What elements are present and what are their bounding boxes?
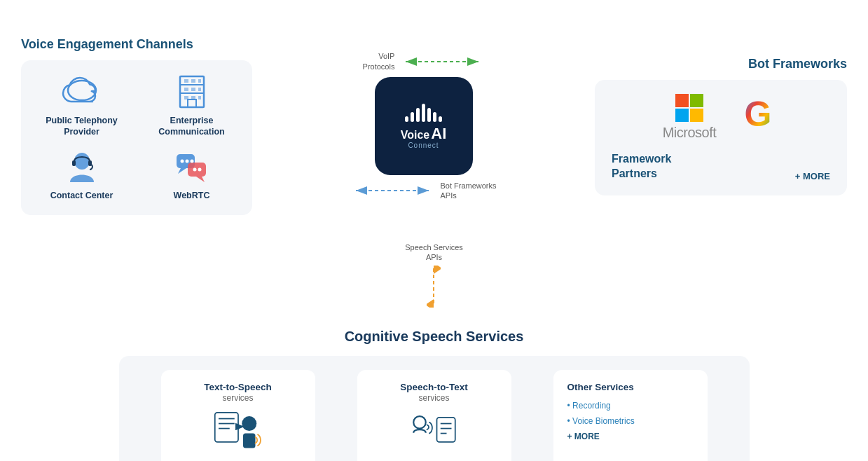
top-row: Voice Engagement Channels Public Telepho… <box>21 14 847 238</box>
bar2 <box>411 112 414 122</box>
speech-api-label: Speech ServicesAPIs <box>405 242 463 263</box>
google-logo: G <box>737 95 779 140</box>
bottom-section: Cognitive Speech Services Text-to-Speech… <box>21 329 847 461</box>
voiceai-bars <box>405 104 442 122</box>
microsoft-logo: Microsoft <box>663 94 717 141</box>
speech-services-arrow-group: Speech ServicesAPIs <box>405 242 463 308</box>
channel-item-contact: Contact Center <box>32 149 131 201</box>
bar4 <box>422 104 425 122</box>
channel-box: Public TelephonyProvider <box>21 60 252 215</box>
svg-rect-6 <box>198 79 201 83</box>
voip-label: VoIPProtocols <box>363 51 395 71</box>
svg-rect-4 <box>184 79 188 83</box>
ms-grid <box>675 94 703 122</box>
speech-arrow-section: Speech ServicesAPIs <box>21 242 847 308</box>
enterprise-label: EnterpriseCommunication <box>158 115 224 138</box>
main-container: Voice Engagement Channels Public Telepho… <box>0 0 868 461</box>
svg-rect-15 <box>72 160 76 166</box>
voice-text: Voice <box>401 130 430 141</box>
tts-subtitle: services <box>222 393 253 403</box>
svg-rect-42 <box>243 433 256 448</box>
bot-api-label: Bot FrameworksAPIs <box>440 181 496 201</box>
bar5 <box>427 108 431 122</box>
tts-icon <box>214 410 263 452</box>
bot-row: Bot FrameworksAPIs <box>350 181 496 201</box>
left-panel: Voice Engagement Channels Public Telepho… <box>21 37 252 215</box>
svg-point-44 <box>413 416 426 429</box>
services-container: Text-to-Speech services <box>119 356 750 461</box>
svg-text:G: G <box>745 95 772 134</box>
svg-point-24 <box>193 167 196 171</box>
framework-partners-label: Framework Partners <box>612 152 671 181</box>
ms-cell-yellow <box>690 109 703 122</box>
headset-icon <box>61 149 103 184</box>
telephony-label: Public TelephonyProvider <box>46 115 118 138</box>
svg-point-23 <box>190 159 193 163</box>
svg-point-25 <box>198 167 201 171</box>
connect-text: Connect <box>408 142 439 149</box>
ms-cell-blue <box>675 109 689 122</box>
ms-label: Microsoft <box>663 125 717 141</box>
svg-rect-45 <box>436 417 455 441</box>
bot-box: Microsoft G <box>595 80 847 195</box>
channel-item-webrtc: WebRTC <box>142 149 241 201</box>
svg-marker-18 <box>178 168 186 174</box>
voiceai-wordmark: VoiceAI <box>401 126 447 142</box>
svg-rect-7 <box>184 88 188 91</box>
speech-arrow-svg <box>427 266 441 308</box>
bot-bottom: Framework Partners + MORE <box>612 152 830 181</box>
other-services-card: Other Services Recording Voice Biometric… <box>553 370 708 461</box>
cloud-icon <box>61 74 103 109</box>
layout: Voice Engagement Channels Public Telepho… <box>21 14 847 461</box>
ms-cell-red <box>675 94 689 107</box>
svg-rect-9 <box>198 88 201 91</box>
tts-card: Text-to-Speech services <box>161 370 315 461</box>
bot-logos: Microsoft G <box>612 94 830 141</box>
svg-rect-8 <box>191 88 195 91</box>
stt-card: Speech-to-Text services <box>357 370 511 461</box>
contact-label: Contact Center <box>50 190 113 201</box>
ai-text: AI <box>431 126 446 142</box>
bar1 <box>405 116 408 122</box>
voice-channels-title: Voice Engagement Channels <box>21 37 252 52</box>
other-title: Other Services <box>567 381 634 394</box>
channel-item-telephony: Public TelephonyProvider <box>32 74 131 138</box>
svg-marker-20 <box>196 177 205 182</box>
svg-point-22 <box>185 159 188 163</box>
bar6 <box>433 112 436 122</box>
channel-item-enterprise: EnterpriseCommunication <box>142 74 241 138</box>
svg-point-21 <box>180 159 184 163</box>
tts-title: Text-to-Speech <box>204 381 272 394</box>
other-list: Recording Voice Biometrics <box>567 399 635 429</box>
svg-rect-12 <box>198 96 201 99</box>
stt-icon <box>410 410 459 452</box>
bar3 <box>416 108 420 122</box>
svg-rect-5 <box>191 79 195 83</box>
building-icon <box>171 74 213 109</box>
more-label: + MORE <box>795 171 830 181</box>
recording-item: Recording <box>567 399 635 414</box>
svg-rect-13 <box>188 99 196 107</box>
voiceai-box: VoiceAI Connect <box>375 77 473 175</box>
svg-point-14 <box>74 153 90 170</box>
stt-title: Speech-to-Text <box>400 381 468 394</box>
svg-point-43 <box>242 416 256 431</box>
bot-arrow <box>350 184 434 198</box>
other-more-btn[interactable]: + MORE <box>567 432 600 441</box>
voip-arrow <box>400 55 484 69</box>
bar7 <box>439 116 442 122</box>
webrtc-label: WebRTC <box>174 190 210 201</box>
bot-frameworks-title: Bot Frameworks <box>595 57 847 71</box>
right-panel: Bot Frameworks Microsoft <box>595 57 847 195</box>
ms-cell-green <box>690 94 703 107</box>
voip-row: VoIPProtocols <box>363 51 485 71</box>
stt-subtitle: services <box>418 393 449 403</box>
svg-rect-37 <box>214 412 237 441</box>
webrtc-icon <box>171 149 213 184</box>
cognitive-title: Cognitive Speech Services <box>21 329 847 345</box>
biometrics-item: Voice Biometrics <box>567 414 635 429</box>
center-connector: VoIPProtocols <box>252 14 595 238</box>
